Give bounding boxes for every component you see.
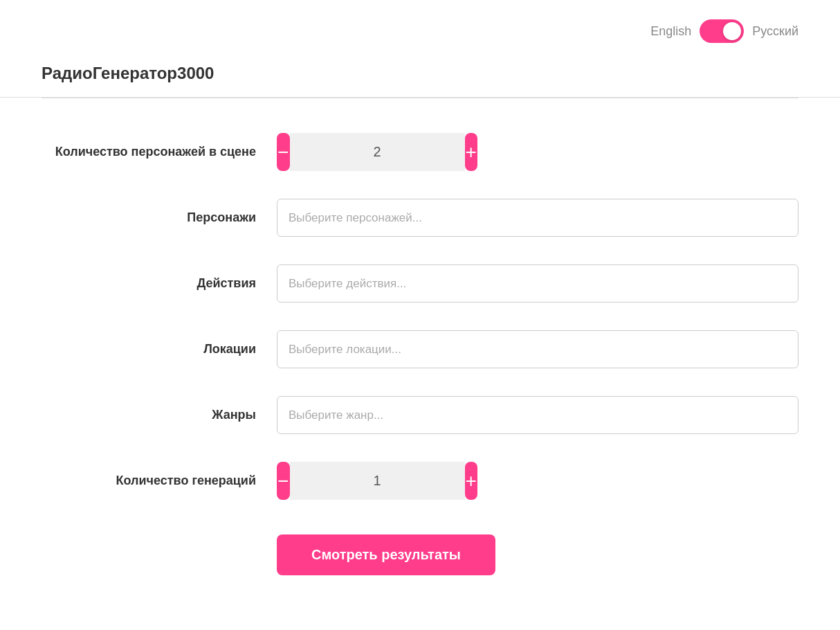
characters-count-row: Количество персонажей в сцене − + xyxy=(42,119,798,185)
characters-count-decrement[interactable]: − xyxy=(277,133,290,171)
genres-select-wrapper: Выберите жанр... xyxy=(277,396,798,434)
characters-count-increment[interactable]: + xyxy=(465,133,478,171)
genres-control: Выберите жанр... xyxy=(277,396,798,434)
generations-count-increment[interactable]: + xyxy=(465,462,478,500)
submit-button[interactable]: Смотреть результаты xyxy=(277,534,495,575)
actions-label: Действия xyxy=(42,275,277,292)
lang-russian-label: Русский xyxy=(752,24,798,39)
actions-select-wrapper: Выберите действия... xyxy=(277,264,798,303)
language-toggle[interactable] xyxy=(700,19,744,43)
characters-select-wrapper: Выберите персонажей... xyxy=(277,199,798,237)
characters-row: Персонажи Выберите персонажей... xyxy=(42,185,798,251)
characters-count-value[interactable] xyxy=(290,133,465,171)
generations-count-decrement[interactable]: − xyxy=(277,462,290,500)
locations-label: Локации xyxy=(42,341,277,358)
characters-count-label: Количество персонажей в сцене xyxy=(42,143,277,161)
actions-control: Выберите действия... xyxy=(277,264,798,303)
characters-count-control: − + xyxy=(277,133,798,171)
submit-row: Смотреть результаты xyxy=(42,514,798,589)
generations-count-value[interactable] xyxy=(290,462,465,500)
locations-control: Выберите локации... xyxy=(277,330,798,368)
genres-row: Жанры Выберите жанр... xyxy=(42,382,798,448)
generations-count-label: Количество генераций xyxy=(42,472,277,489)
generations-count-control: − + xyxy=(277,462,798,500)
submit-control: Смотреть результаты xyxy=(277,528,798,575)
locations-select[interactable]: Выберите локации... xyxy=(277,330,798,368)
main-form: Количество персонажей в сцене − + Персон… xyxy=(0,98,840,610)
characters-control: Выберите персонажей... xyxy=(277,199,798,237)
lang-english-label: English xyxy=(650,24,691,39)
characters-count-stepper: − + xyxy=(277,133,477,171)
actions-select[interactable]: Выберите действия... xyxy=(277,264,798,303)
actions-row: Действия Выберите действия... xyxy=(42,251,798,316)
characters-label: Персонажи xyxy=(42,209,277,226)
genres-select[interactable]: Выберите жанр... xyxy=(277,396,798,434)
genres-label: Жанры xyxy=(42,406,277,424)
locations-select-wrapper: Выберите локации... xyxy=(277,330,798,368)
header: English Русский xyxy=(0,0,840,57)
app-title: РадиоГенератор3000 xyxy=(42,64,798,83)
generations-count-stepper: − + xyxy=(277,462,477,500)
characters-select[interactable]: Выберите персонажей... xyxy=(277,199,798,237)
generations-count-row: Количество генераций − + xyxy=(42,448,798,514)
locations-row: Локации Выберите локации... xyxy=(42,316,798,382)
app-title-section: РадиоГенератор3000 xyxy=(0,57,840,98)
